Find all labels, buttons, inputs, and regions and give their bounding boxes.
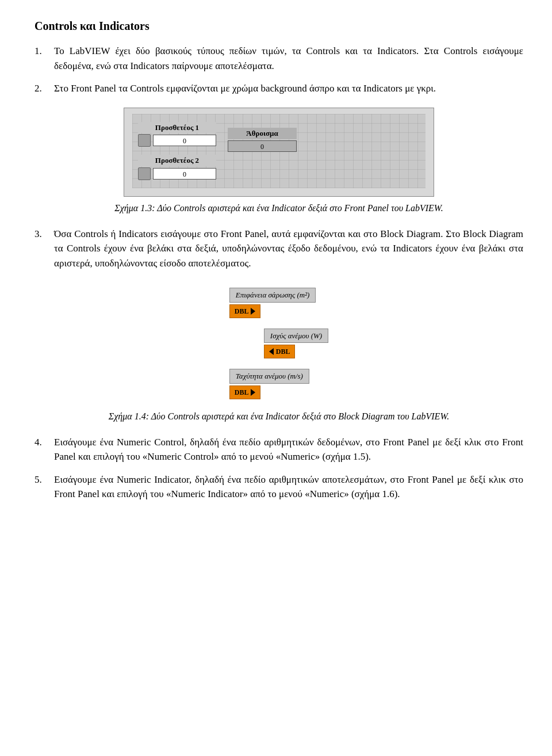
main-list: 1. Το LabVIEW έχει δύο βασικούς τύπους π… bbox=[34, 44, 523, 96]
bd-control-1: Επιφάνεια σάρωσης (m²) DBL bbox=[229, 288, 328, 318]
list-item3-container: 3. Όσα Controls ή Indicators εισάγουμε σ… bbox=[34, 227, 523, 271]
fp-control2-label: Προσθετέος 2 bbox=[138, 155, 216, 166]
fp-control-1: Προσθετέος 1 0 bbox=[138, 122, 216, 147]
block-diagram-figure: Επιφάνεια σάρωσης (m²) DBL Ισχύς ανέμου … bbox=[218, 282, 340, 405]
figure2-container: Επιφάνεια σάρωσης (m²) DBL Ισχύς ανέμου … bbox=[34, 282, 523, 423]
item4-text: Εισάγουμε ένα Numeric Control, δηλαδή έν… bbox=[54, 435, 523, 464]
item2-num: 2. bbox=[34, 81, 51, 96]
list-item-2: 2. Στο Front Panel τα Controls εμφανίζον… bbox=[34, 81, 523, 96]
bd-control1-label: Επιφάνεια σάρωσης (m²) bbox=[229, 288, 316, 303]
item1-text: Το LabVIEW έχει δύο βασικούς τύπους πεδί… bbox=[54, 44, 523, 73]
list-item5-container: 5. Εισάγουμε ένα Numeric Indicator, δηλα… bbox=[34, 472, 523, 502]
figure1-container: Προσθετέος 1 0 Προσθετέος 2 0 Άθροισ bbox=[34, 108, 523, 215]
list-item4-container: 4. Εισάγουμε ένα Numeric Control, δηλαδή… bbox=[34, 435, 523, 464]
bd-control2-arrow-right bbox=[251, 389, 255, 396]
bd-indicator1-dbl: DBL bbox=[264, 345, 296, 358]
fp-control1-input-row: 0 bbox=[138, 134, 216, 147]
fp-grid: Προσθετέος 1 0 Προσθετέος 2 0 Άθροισ bbox=[132, 114, 425, 188]
bd-indicator-wrapper: Ισχύς ανέμου (W) DBL bbox=[264, 329, 328, 359]
bd-controls-col: Επιφάνεια σάρωσης (m²) DBL Ισχύς ανέμου … bbox=[229, 288, 328, 399]
fp-indicators: Άθροισμα 0 bbox=[228, 122, 297, 180]
item3-text: Όσα Controls ή Indicators εισάγουμε στο … bbox=[54, 227, 523, 271]
bd-control2-dbl: DBL bbox=[229, 385, 261, 399]
fp-controls: Προσθετέος 1 0 Προσθετέος 2 0 bbox=[138, 122, 216, 180]
fp-control-2: Προσθετέος 2 0 bbox=[138, 155, 216, 180]
fp-indicator1-label: Άθροισμα bbox=[228, 128, 297, 140]
fp-knob-1 bbox=[138, 134, 151, 147]
fp-textbox-2: 0 bbox=[153, 168, 216, 180]
fp-control2-input-row: 0 bbox=[138, 167, 216, 180]
bd-control1-arrow-right bbox=[251, 308, 255, 315]
list-item-3: 3. Όσα Controls ή Indicators εισάγουμε σ… bbox=[34, 227, 523, 271]
bd-control-2: Ταχύτητα ανέμου (m/s) DBL bbox=[229, 369, 328, 399]
list-item-4: 4. Εισάγουμε ένα Numeric Control, δηλαδή… bbox=[34, 435, 523, 464]
list-item-1: 1. Το LabVIEW έχει δύο βασικούς τύπους π… bbox=[34, 44, 523, 73]
front-panel-figure: Προσθετέος 1 0 Προσθετέος 2 0 Άθροισ bbox=[124, 108, 434, 197]
fp-textbox-1: 0 bbox=[153, 135, 216, 146]
bd-indicator1-dbl-text: DBL bbox=[276, 346, 290, 357]
fp-indicator1-box: 0 bbox=[228, 140, 297, 152]
item2-text: Στο Front Panel τα Controls εμφανίζονται… bbox=[54, 81, 523, 96]
bd-control1-dbl: DBL bbox=[229, 304, 261, 318]
bd-indicator1-arrow-left bbox=[269, 348, 274, 355]
item5-num: 5. bbox=[34, 472, 51, 502]
page-title: Controls και Indicators bbox=[34, 17, 523, 35]
bd-row: Επιφάνεια σάρωσης (m²) DBL Ισχύς ανέμου … bbox=[229, 288, 328, 399]
fp-knob-2 bbox=[138, 167, 151, 180]
bd-indicator1-label: Ισχύς ανέμου (W) bbox=[264, 329, 328, 343]
bd-control1-dbl-text: DBL bbox=[235, 306, 249, 316]
item3-num: 3. bbox=[34, 227, 51, 271]
bd-control2-dbl-text: DBL bbox=[235, 387, 249, 398]
item1-num: 1. bbox=[34, 44, 51, 73]
list-item-5: 5. Εισάγουμε ένα Numeric Indicator, δηλα… bbox=[34, 472, 523, 502]
item4-num: 4. bbox=[34, 435, 51, 464]
item5-text: Εισάγουμε ένα Numeric Indicator, δηλαδή … bbox=[54, 472, 523, 502]
fp-indicator-1: Άθροισμα 0 bbox=[228, 128, 297, 152]
figure2-caption: Σχήμα 1.4: Δύο Controls αριστερά και ένα… bbox=[34, 410, 523, 423]
figure1-caption: Σχήμα 1.3: Δύο Controls αριστερά και ένα… bbox=[34, 201, 523, 215]
bd-indicator-1: Ισχύς ανέμου (W) DBL bbox=[264, 329, 328, 359]
bd-control2-label: Ταχύτητα ανέμου (m/s) bbox=[229, 369, 309, 384]
fp-control1-label: Προσθετέος 1 bbox=[138, 122, 216, 133]
